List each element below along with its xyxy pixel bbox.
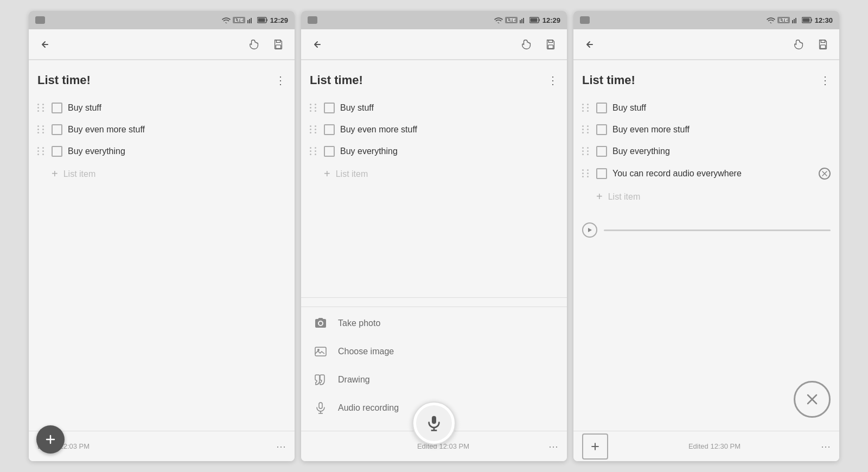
mic-icon-menu: [314, 401, 327, 414]
more-options-icon-3[interactable]: ⋮: [820, 74, 831, 87]
wifi-icon-3: [767, 17, 775, 23]
add-item-placeholder-1: List item: [63, 169, 96, 179]
app-bar-right-1: [247, 37, 286, 52]
checkbox-1-2[interactable]: [52, 124, 62, 135]
divider-1: [29, 60, 295, 60]
back-button-3[interactable]: [582, 37, 597, 52]
checkbox-3-4[interactable]: [596, 168, 607, 179]
add-item-placeholder-3: List item: [608, 192, 641, 202]
checkbox-2-2[interactable]: [324, 124, 335, 135]
list-item-1-2: Buy even more stuff: [37, 119, 286, 141]
checkbox-3-2[interactable]: [596, 124, 607, 135]
item-text-1-1: Buy stuff: [68, 103, 286, 113]
drag-handle-3-3[interactable]: [582, 147, 591, 156]
app-bar-1: [29, 29, 295, 60]
drag-handle-3-1[interactable]: [582, 104, 591, 112]
bottom-bar-1: Edited 12:03 PM ⋯: [29, 431, 295, 461]
list-title-row-1: List time! ⋮: [37, 73, 286, 87]
checkbox-1-1[interactable]: [52, 103, 62, 113]
item-text-3-3: Buy everything: [612, 146, 831, 156]
list-item-3-4: You can record audio everywhere: [582, 162, 831, 185]
three-dot-bottom-2[interactable]: ⋯: [548, 441, 558, 452]
item-text-3-4: You can record audio everywhere: [612, 168, 811, 180]
audio-slider-3[interactable]: [604, 229, 831, 231]
drag-handle-2-3[interactable]: [310, 147, 318, 156]
status-bar-3: LTE 12:30: [573, 11, 839, 29]
photo-status-icon-3: [580, 16, 590, 24]
choose-image-item[interactable]: Choose image: [301, 337, 567, 366]
lte-badge-1: LTE: [233, 17, 245, 23]
save-icon-1[interactable]: [271, 37, 286, 52]
checkbox-2-3[interactable]: [324, 146, 335, 157]
drag-handle-3-4[interactable]: [582, 169, 591, 178]
drag-handle-2-1[interactable]: [310, 104, 318, 112]
checkbox-2-1[interactable]: [324, 103, 335, 113]
photo-status-icon-1: [35, 16, 45, 24]
play-button-3[interactable]: [582, 222, 597, 238]
photo-status-icon-2: [308, 16, 317, 24]
three-dot-bottom-3[interactable]: ⋯: [821, 441, 831, 452]
svg-rect-9: [520, 20, 521, 23]
item-text-3-2: Buy even more stuff: [612, 125, 831, 135]
phone-1: LTE 12:29: [29, 11, 295, 461]
fab-3[interactable]: [582, 433, 608, 460]
status-bar-left-2: [308, 16, 317, 24]
wifi-icon-1: [222, 17, 231, 23]
svg-rect-8: [276, 44, 280, 48]
list-item-1-1: Buy stuff: [37, 97, 286, 119]
add-item-row-1[interactable]: + List item: [37, 162, 286, 186]
add-item-row-3[interactable]: + List item: [582, 185, 831, 208]
more-options-icon-1[interactable]: ⋮: [275, 74, 286, 87]
status-time-1: 12:29: [270, 16, 288, 24]
close-fab-3[interactable]: [794, 381, 831, 418]
svg-rect-1: [249, 19, 250, 23]
svg-rect-34: [820, 44, 825, 48]
touch-icon-2[interactable]: [519, 37, 534, 52]
drag-handle-1-2[interactable]: [37, 125, 46, 134]
status-bar-right-3: LTE 12:30: [767, 16, 833, 24]
brush-icon: [314, 373, 327, 386]
touch-icon-3[interactable]: [792, 37, 807, 52]
drag-handle-1-3[interactable]: [37, 147, 46, 156]
status-bar-left-1: [35, 16, 45, 24]
mic-fab-2[interactable]: [412, 401, 456, 445]
status-bar-left-3: [580, 16, 590, 24]
list-title-3: List time!: [582, 73, 635, 87]
drawing-label: Drawing: [338, 375, 370, 385]
more-options-icon-2[interactable]: ⋮: [547, 74, 558, 87]
svg-rect-26: [792, 20, 793, 23]
app-bar-left-1: [37, 37, 53, 52]
list-title-1: List time!: [37, 73, 91, 87]
back-button-1[interactable]: [37, 37, 53, 52]
checkbox-3-3[interactable]: [596, 146, 607, 157]
save-icon-3[interactable]: [815, 37, 831, 52]
svg-rect-28: [795, 18, 796, 23]
drag-handle-1-1[interactable]: [37, 104, 46, 112]
drag-handle-3-2[interactable]: [582, 125, 591, 134]
svg-rect-32: [802, 18, 809, 22]
item-text-1-2: Buy even more stuff: [68, 125, 286, 135]
svg-rect-5: [266, 19, 267, 21]
add-item-row-2[interactable]: + List item: [310, 162, 558, 186]
item-text-2-2: Buy even more stuff: [340, 125, 558, 135]
app-bar-left-2: [310, 37, 325, 52]
svg-rect-15: [530, 18, 537, 22]
drag-handle-2-2[interactable]: [310, 125, 318, 134]
lte-badge-2: LTE: [505, 17, 517, 23]
fab-1[interactable]: [36, 425, 65, 454]
back-button-2[interactable]: [310, 37, 325, 52]
app-bar-right-3: [792, 37, 831, 52]
list-title-2: List time!: [310, 73, 363, 87]
three-dot-bottom-1[interactable]: ⋯: [276, 441, 286, 452]
app-bar-2: [301, 29, 567, 60]
touch-icon-1[interactable]: [247, 37, 262, 52]
status-bar-right-1: LTE 12:29: [222, 16, 288, 24]
svg-rect-23: [432, 416, 436, 424]
checkbox-3-1[interactable]: [596, 103, 607, 113]
save-icon-2[interactable]: [543, 37, 558, 52]
checkbox-1-3[interactable]: [52, 146, 62, 157]
drawing-item[interactable]: Drawing: [301, 366, 567, 394]
take-photo-item[interactable]: Take photo: [301, 309, 567, 337]
close-item-button-3-4[interactable]: [819, 168, 831, 180]
svg-rect-11: [523, 18, 524, 23]
